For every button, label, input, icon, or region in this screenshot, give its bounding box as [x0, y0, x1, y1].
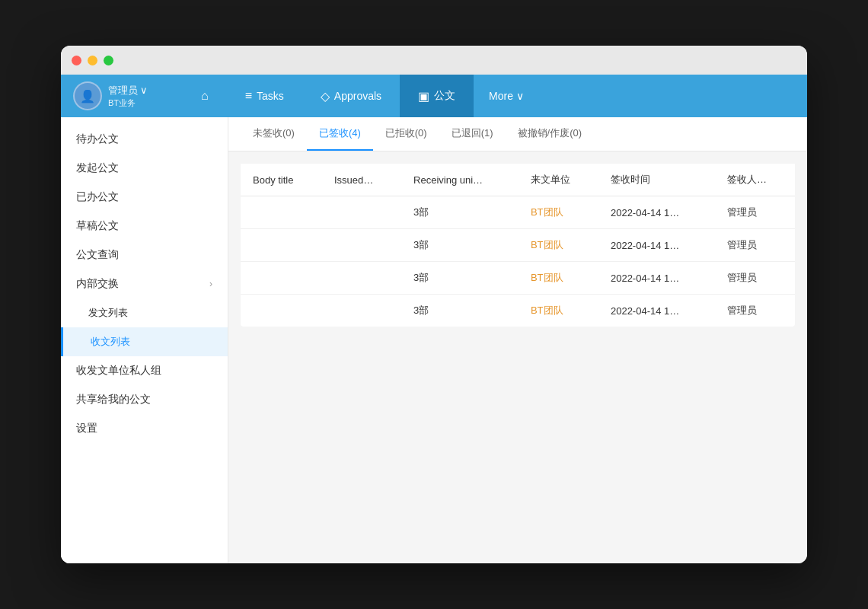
nav-tasks[interactable]: ≡ Tasks: [227, 75, 302, 117]
content-area: 未签收(0) 已签收(4) 已拒收(0) 已退回(1) 被撤销/作废(0): [228, 117, 807, 563]
cell-issued: [322, 196, 401, 229]
body: 待办公文 发起公文 已办公文 草稿公文 公文查询 内部交换 ›: [61, 117, 807, 563]
main-content: 👤 管理员 ∨ BT业务 ⌂ ≡ Tasks ◇: [61, 75, 807, 563]
col-issued: Issued…: [322, 164, 401, 196]
nav-official-label: 公文: [434, 89, 455, 103]
sidebar-item-send-list[interactable]: 发文列表: [61, 298, 228, 327]
cell-issued: [322, 295, 401, 327]
cell-body-title: [241, 295, 322, 327]
sidebar-item-pending[interactable]: 待办公文: [61, 125, 228, 154]
maximize-button[interactable]: [104, 56, 113, 65]
cell-body-title: [241, 229, 322, 262]
col-signer: 签收人…: [715, 164, 795, 196]
nav-official[interactable]: ▣ 公文: [400, 75, 474, 117]
close-button[interactable]: [72, 56, 81, 65]
titlebar: [61, 46, 807, 75]
tab-unsigned[interactable]: 未签收(0): [241, 117, 307, 151]
tab-returned[interactable]: 已退回(1): [439, 117, 506, 151]
nav-home[interactable]: ⌂: [183, 75, 227, 117]
cell-body-title: [241, 196, 322, 229]
cell-sign-time: 2022-04-14 1…: [598, 196, 715, 229]
user-section[interactable]: 👤 管理员 ∨ BT业务: [61, 81, 183, 110]
sidebar-item-initiate[interactable]: 发起公文: [61, 154, 228, 183]
cell-receiving-unit: 3部: [401, 196, 519, 229]
col-body-title: Body title: [241, 164, 322, 196]
cell-receiving-unit: 3部: [401, 229, 519, 262]
cell-receiving-unit: 3部: [401, 295, 519, 327]
table-header-row: Body title Issued… Receiving uni… 来文单位 签…: [241, 164, 795, 196]
cell-signer: 管理员: [715, 295, 795, 327]
col-source-unit: 来文单位: [519, 164, 598, 196]
home-icon: ⌂: [201, 89, 209, 103]
sidebar-item-exchange[interactable]: 内部交换 ›: [61, 269, 228, 298]
nav-more-label: More: [489, 90, 513, 102]
top-navigation: 👤 管理员 ∨ BT业务 ⌂ ≡ Tasks ◇: [61, 75, 807, 117]
cell-issued: [322, 229, 401, 262]
tab-bar: 未签收(0) 已签收(4) 已拒收(0) 已退回(1) 被撤销/作废(0): [228, 117, 807, 151]
official-icon: ▣: [418, 89, 429, 104]
sidebar-item-query[interactable]: 公文查询: [61, 241, 228, 269]
nav-approvals[interactable]: ◇ Approvals: [302, 75, 400, 117]
nav-items: ⌂ ≡ Tasks ◇ Approvals ▣ 公文 More ∨: [183, 75, 807, 117]
cell-signer: 管理员: [715, 262, 795, 295]
cell-signer: 管理员: [715, 196, 795, 229]
user-org: BT业务: [108, 97, 148, 109]
table-row[interactable]: 3部BT团队2022-04-14 1…管理员: [241, 196, 795, 229]
table-row[interactable]: 3部BT团队2022-04-14 1…管理员: [241, 295, 795, 327]
cell-source-unit: BT团队: [519, 295, 598, 327]
sidebar-item-recv-list[interactable]: 收文列表: [61, 327, 228, 356]
avatar: 👤: [73, 81, 102, 110]
nav-tasks-label: Tasks: [257, 90, 284, 102]
approvals-icon: ◇: [321, 89, 330, 104]
col-sign-time: 签收时间: [598, 164, 715, 196]
sidebar-item-done[interactable]: 已办公文: [61, 183, 228, 212]
user-info: 管理员 ∨ BT业务: [108, 84, 148, 109]
table-row[interactable]: 3部BT团队2022-04-14 1…管理员: [241, 229, 795, 262]
sidebar-item-contacts[interactable]: 收发文单位私人组: [61, 356, 228, 385]
cell-source-unit: BT团队: [519, 196, 598, 229]
tasks-icon: ≡: [245, 89, 252, 103]
cell-receiving-unit: 3部: [401, 262, 519, 295]
cell-source-unit: BT团队: [519, 262, 598, 295]
chevron-down-icon: ∨: [140, 84, 148, 96]
tab-cancelled[interactable]: 被撤销/作废(0): [506, 117, 595, 151]
tab-signed[interactable]: 已签收(4): [307, 117, 373, 151]
cell-sign-time: 2022-04-14 1…: [598, 262, 715, 295]
sidebar-item-settings[interactable]: 设置: [61, 414, 228, 443]
tab-rejected[interactable]: 已拒收(0): [373, 117, 439, 151]
nav-approvals-label: Approvals: [334, 90, 381, 102]
col-receiving-unit: Receiving uni…: [401, 164, 519, 196]
table-row[interactable]: 3部BT团队2022-04-14 1…管理员: [241, 262, 795, 295]
cell-sign-time: 2022-04-14 1…: [598, 295, 715, 327]
chevron-down-icon: ∨: [516, 90, 524, 102]
user-name: 管理员 ∨: [108, 84, 148, 97]
cell-body-title: [241, 262, 322, 295]
sidebar-item-shared[interactable]: 共享给我的公文: [61, 385, 228, 414]
table-area: Body title Issued… Receiving uni… 来文单位 签…: [228, 151, 807, 563]
data-table: Body title Issued… Receiving uni… 来文单位 签…: [241, 164, 795, 327]
nav-more[interactable]: More ∨: [474, 75, 539, 117]
sidebar: 待办公文 发起公文 已办公文 草稿公文 公文查询 内部交换 ›: [61, 117, 228, 563]
cell-issued: [322, 262, 401, 295]
minimize-button[interactable]: [88, 56, 97, 65]
sidebar-item-draft[interactable]: 草稿公文: [61, 212, 228, 241]
cell-sign-time: 2022-04-14 1…: [598, 229, 715, 262]
cell-signer: 管理员: [715, 229, 795, 262]
chevron-right-icon: ›: [209, 279, 212, 289]
app-window: 👤 管理员 ∨ BT业务 ⌂ ≡ Tasks ◇: [61, 46, 807, 563]
cell-source-unit: BT团队: [519, 229, 598, 262]
